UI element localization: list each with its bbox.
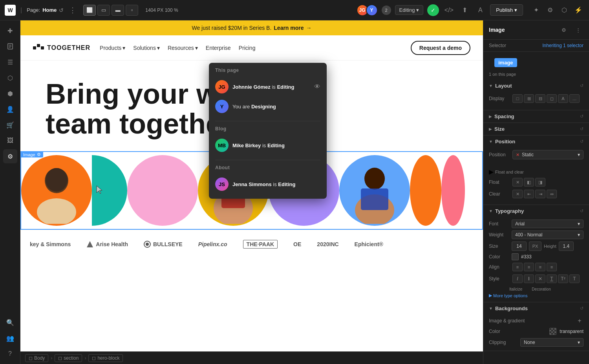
add-bg-button[interactable]: + xyxy=(576,317,584,325)
breadcrumb-body[interactable]: ◻ Body xyxy=(25,354,48,362)
nav-pricing[interactable]: Pricing xyxy=(239,45,256,51)
bg-color-swatch[interactable] xyxy=(549,328,556,335)
add-icon[interactable]: ✚ xyxy=(3,24,17,38)
align-justify-btn[interactable]: ≡ xyxy=(547,263,557,271)
color-label: Color xyxy=(489,254,509,260)
breadcrumb-hero-block[interactable]: ◻ hero-block xyxy=(88,354,123,362)
lightning-icon[interactable]: ⚡ xyxy=(573,4,584,16)
text-display-btn[interactable]: A xyxy=(558,94,568,103)
selector-value[interactable]: Inheriting 1 selector xyxy=(542,43,584,48)
layers-icon[interactable]: ☰ xyxy=(3,55,17,69)
typography-header[interactable]: ▼ Typography ↺ xyxy=(483,205,589,217)
users-icon[interactable]: 👤 xyxy=(3,102,17,116)
font-icon[interactable]: A xyxy=(474,4,486,16)
nav-resources[interactable]: Resources ▾ xyxy=(168,45,198,51)
share-icon[interactable]: ⬆ xyxy=(459,4,470,16)
breadcrumb-section[interactable]: ◻ section xyxy=(55,354,82,362)
collaborator-avatars: JG Y xyxy=(357,4,378,16)
panel-header: Image ⚙ ⋮ xyxy=(483,20,589,40)
tablet-view-button[interactable]: ▭ xyxy=(97,5,110,16)
components-icon[interactable]: ⬡ xyxy=(3,71,17,85)
search-icon[interactable]: 🔍 xyxy=(3,315,17,329)
float-clear-section: ▶ Float and clear Float ✕ ◧ ◨ Clear xyxy=(483,166,589,205)
position-reset[interactable]: ↺ xyxy=(580,139,584,144)
layout-reset[interactable]: ↺ xyxy=(580,83,584,88)
top-right-tool-icons: ✦ ⚙ ⬡ ⚡ xyxy=(530,4,584,16)
more-options-icon[interactable]: ⋮ xyxy=(69,6,76,15)
font-color-swatch[interactable] xyxy=(512,253,519,260)
settings-icon[interactable]: ⚙ xyxy=(3,149,17,163)
components-icon[interactable]: ⬡ xyxy=(558,4,570,16)
align-left-btn[interactable]: ≡ xyxy=(512,263,523,271)
superscript-btn[interactable]: T² xyxy=(558,274,568,283)
style-labels-row: Italicize Decoration xyxy=(489,286,584,291)
mobile-landscape-view-button[interactable]: ▬ xyxy=(112,5,124,16)
typography-reset[interactable]: ↺ xyxy=(580,209,584,214)
underline-btn[interactable]: T xyxy=(547,274,557,283)
float-none-btn[interactable]: ✕ xyxy=(512,178,523,187)
refresh-icon[interactable]: ↺ xyxy=(59,7,64,13)
backgrounds-reset[interactable]: ↺ xyxy=(580,306,584,311)
panel-settings-icon[interactable]: ⚙ xyxy=(558,24,569,35)
popup-this-page: This page JG Johnnie Gómez is Editing 👁 … xyxy=(209,63,327,121)
nav-cta-button[interactable]: Request a demo xyxy=(411,41,470,55)
flex-display-btn[interactable]: ⊞ xyxy=(524,94,534,103)
image-gear-icon[interactable]: ⚙ xyxy=(37,152,41,157)
panel-more-icon[interactable]: ⋮ xyxy=(573,24,584,35)
clear-both-btn[interactable]: ⇔ xyxy=(547,190,557,198)
layout-section-header[interactable]: ▼ Layout ↺ xyxy=(483,80,589,92)
clear-none-btn[interactable]: ✕ xyxy=(512,190,523,198)
mobile-view-button[interactable]: ▫ xyxy=(126,5,138,16)
italic-btn[interactable]: I xyxy=(512,274,523,283)
desktop-view-button[interactable]: ⬜ xyxy=(83,5,96,16)
line-height-input[interactable]: 1.4 xyxy=(559,241,574,251)
cursor-tool-icon[interactable]: ✦ xyxy=(530,4,542,16)
backgrounds-header[interactable]: ▼ Backgrounds ↺ xyxy=(483,302,589,315)
float-left-btn[interactable]: ◧ xyxy=(524,178,534,187)
editing-mode-button[interactable]: Editing ▾ xyxy=(395,5,424,15)
nav-enterprise[interactable]: Enterprise xyxy=(206,45,231,51)
align-right-btn[interactable]: ≡ xyxy=(535,263,545,271)
clipping-select[interactable]: None ▾ xyxy=(520,338,584,347)
nav-solutions[interactable]: Solutions ▾ xyxy=(133,45,160,51)
clear-right-btn[interactable]: ⇥ xyxy=(535,190,545,198)
font-size-input[interactable]: 14 xyxy=(512,241,527,251)
nav-products[interactable]: Products ▾ xyxy=(100,45,125,51)
more-display-btn[interactable]: … xyxy=(569,94,580,103)
learn-more-link[interactable]: Learn more xyxy=(274,25,304,31)
float-clear-toggle[interactable]: ▶ Float and clear xyxy=(489,168,584,176)
settings-icon[interactable]: ⚙ xyxy=(544,4,556,16)
eye-icon[interactable]: 👁 xyxy=(314,83,320,90)
align-center-btn[interactable]: ≡ xyxy=(524,263,534,271)
strikethrough-btn[interactable]: ✕ xyxy=(535,274,545,283)
pages-icon[interactable] xyxy=(3,39,17,53)
publish-button[interactable]: Publish ▾ xyxy=(490,4,523,16)
none-display-btn[interactable]: ◻ xyxy=(547,94,557,103)
spacing-header[interactable]: ▶ Spacing ↺ xyxy=(483,110,589,123)
confirm-button[interactable]: ✓ xyxy=(427,4,439,16)
image-tag[interactable]: image xyxy=(494,58,517,67)
block-display-btn[interactable]: □ xyxy=(512,94,523,103)
grid-display-btn[interactable]: ⊟ xyxy=(535,94,545,103)
code-icon[interactable]: </> xyxy=(443,4,455,16)
spacing-reset[interactable]: ↺ xyxy=(580,114,584,119)
help-icon[interactable]: ? xyxy=(3,347,17,361)
weight-select[interactable]: 400 - Normal ▾ xyxy=(512,230,584,239)
subscript-btn[interactable]: T xyxy=(569,274,580,283)
assets-icon[interactable]: 🖼 xyxy=(3,134,17,148)
position-select[interactable]: ✕ Static ▾ xyxy=(512,150,584,159)
webflow-logo[interactable]: W xyxy=(5,5,16,16)
position-header[interactable]: ▼ Position ↺ xyxy=(483,135,589,148)
canvas-area: We just raised $20M in Series B. Learn m… xyxy=(20,20,483,364)
cms-icon[interactable]: ⬢ xyxy=(3,86,17,101)
bold-btn[interactable]: I xyxy=(524,274,534,283)
ecommerce-icon[interactable]: 🛒 xyxy=(3,118,17,132)
account-icon[interactable]: 👥 xyxy=(3,331,17,345)
more-type-options[interactable]: ▶ More type options xyxy=(489,293,584,298)
size-reset[interactable]: ↺ xyxy=(580,126,584,132)
size-header[interactable]: ▶ Size ↺ xyxy=(483,123,589,135)
font-select[interactable]: Arial ▾ xyxy=(512,219,584,228)
font-unit-select[interactable]: PX xyxy=(529,241,541,251)
float-right-btn[interactable]: ◨ xyxy=(535,178,545,187)
clear-left-btn[interactable]: ⇤ xyxy=(524,190,534,198)
